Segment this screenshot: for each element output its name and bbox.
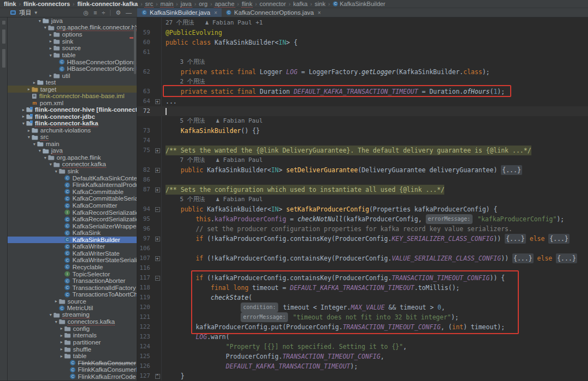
tool-window-button[interactable]	[2, 21, 5, 25]
code-line[interactable]: 122 kafkaProducerConfig.put(ProducerConf…	[137, 322, 588, 332]
chevron-down-icon[interactable]: ▾	[42, 25, 48, 30]
chevron-down-icon[interactable]: ▾	[37, 19, 42, 23]
fold-marker[interactable]: −	[154, 276, 161, 281]
panel-scrollbar[interactable]	[134, 26, 136, 74]
tree-item[interactable]: ▸source	[8, 45, 137, 52]
code-line[interactable]: 72	[137, 106, 588, 116]
chevron-right-icon[interactable]: ▸	[59, 354, 64, 359]
code-line[interactable]: 107+ if (!kafkaProducerConfig.containsKe…	[137, 253, 588, 263]
tree-item[interactable]: CTransactionsToAbortChecker	[8, 291, 137, 298]
tree-item[interactable]: IKafkaRecordSerializationSchem	[8, 209, 137, 216]
tree-item[interactable]: ▸config	[8, 325, 137, 332]
fold-toggle-icon[interactable]: +	[155, 148, 160, 153]
tree-item[interactable]: CKafkaSinkBuilder	[8, 237, 137, 244]
fold-toggle-icon[interactable]: +	[155, 99, 160, 104]
tree-item[interactable]: ▾main	[8, 141, 137, 148]
tree-item[interactable]: ▾connectors.kafka	[8, 318, 137, 325]
tree-item[interactable]: ▸options	[8, 31, 137, 38]
chevron-right-icon[interactable]: ▸	[32, 80, 37, 85]
fold-marker[interactable]: +	[154, 148, 161, 153]
breadcrumb-item[interactable]: flink-connectors	[23, 1, 71, 7]
fold-marker[interactable]: +	[154, 168, 161, 173]
code-line[interactable]: 60public class KafkaSinkBuilder<IN> {	[137, 38, 588, 47]
code-line[interactable]: 87+/** Sets the configuration which used…	[137, 185, 588, 195]
breadcrumb-item[interactable]: org	[198, 1, 208, 7]
tree-item[interactable]: ▾src	[8, 134, 137, 141]
fold-marker[interactable]: −	[154, 207, 161, 212]
code-line[interactable]: 61	[137, 47, 588, 57]
chevron-down-icon[interactable]: ▾	[53, 319, 59, 324]
tree-item[interactable]: ▸shuffle	[8, 346, 137, 353]
code-line[interactable]: 117− if (!kafkaProducerConfig.containsKe…	[137, 273, 588, 283]
tree-item[interactable]: CKafkaWriter	[8, 243, 137, 250]
chevron-down-icon[interactable]: ▾	[42, 155, 48, 160]
tree-item[interactable]: ▸sink	[8, 38, 137, 45]
tree-item[interactable]: CMetricUtil	[8, 305, 137, 312]
tree-item[interactable]: CKafkaSink	[8, 229, 137, 237]
chevron-right-icon[interactable]: ▸	[59, 347, 64, 352]
code-line[interactable]: 94− public KafkaSinkBuilder<IN> setKafka…	[137, 204, 588, 214]
editor-tab[interactable]: CKafkaSinkBuilder.java×	[137, 8, 222, 17]
fold-marker[interactable]: ^	[154, 374, 161, 379]
chevron-right-icon[interactable]: ▸	[48, 73, 53, 78]
tree-item[interactable]: CFlinkKafkaInternalProducer	[8, 182, 137, 189]
code-line[interactable]: 106	[137, 244, 588, 253]
tree-item[interactable]: CTransactionAborter	[8, 277, 137, 285]
tree-item[interactable]: CHBaseConnectorOptionsUtil	[8, 65, 137, 72]
breadcrumb-item[interactable]: sink	[314, 1, 326, 7]
chevron-down-icon[interactable]: ▾	[32, 142, 37, 147]
tree-item[interactable]: CKafkaRecordSerializationSchem	[8, 216, 137, 223]
code-line[interactable]: 126 DEFAULT_KAFKA_TRANSACTION_TIMEOUT);	[137, 361, 588, 371]
locate-icon[interactable]: ◎	[83, 10, 89, 16]
chevron-down-icon[interactable]: ▾	[37, 148, 42, 153]
tree-item[interactable]: ▾org.apache.flink	[8, 154, 137, 161]
chevron-right-icon[interactable]: ▸	[48, 46, 53, 51]
fold-toggle-icon[interactable]: +	[155, 237, 160, 241]
tree-item[interactable]: ▸source	[8, 298, 137, 305]
code-line[interactable]: 120 condition: timeout < Integer.MAX_VAL…	[137, 303, 588, 312]
code-line[interactable]: 116	[137, 263, 588, 273]
code-line[interactable]: 123 LOG.warn(	[137, 332, 588, 342]
chevron-down-icon[interactable]: ▾	[48, 312, 53, 317]
chevron-right-icon[interactable]: ▸	[53, 299, 59, 304]
code-line[interactable]: 124 "Property [{}] not specified. Settin…	[137, 342, 588, 352]
breadcrumb-item[interactable]: kafka	[292, 1, 308, 7]
tree-item[interactable]: ▸table	[8, 353, 137, 360]
code-line[interactable]: 5 个用法 ♟ Fabian Paul	[137, 116, 588, 126]
fold-marker[interactable]: +	[154, 188, 161, 192]
code-line[interactable]: 7 个用法 ♟ Fabian Paul	[137, 155, 588, 165]
tree-item[interactable]: ▾streaming	[8, 312, 137, 319]
close-tab-icon[interactable]: ×	[317, 10, 321, 16]
code-line[interactable]: 96 // set the producer configuration pro…	[137, 224, 588, 234]
code-line[interactable]: 127^ }	[137, 371, 588, 380]
code-line[interactable]: 73 KafkaSinkBuilder() {}	[137, 126, 588, 136]
code-line[interactable]: 86	[137, 175, 588, 185]
chevron-right-icon[interactable]: ▸	[48, 32, 53, 37]
chevron-right-icon[interactable]: ▸	[21, 107, 26, 112]
tree-item[interactable]: ▸test	[8, 79, 137, 86]
breadcrumb-item[interactable]: flink	[3, 1, 17, 7]
fold-toggle-icon[interactable]: +	[155, 168, 160, 173]
code-editor[interactable]: 27 个用法 ♟ Fabian Paul +159@PublicEvolving…	[137, 17, 588, 380]
collapse-all-icon[interactable]: ≡	[94, 10, 97, 16]
code-line[interactable]: 75+/** Sets the wanted the {@link Delive…	[137, 146, 588, 155]
tree-item[interactable]: ▾sink	[8, 168, 137, 175]
chevron-right-icon[interactable]: ▸	[26, 87, 32, 92]
chevron-down-icon[interactable]: ▾	[48, 53, 53, 58]
breadcrumb-item[interactable]: flink-connector-kafka	[77, 1, 138, 7]
fold-toggle-icon[interactable]: −	[155, 276, 160, 281]
chevron-right-icon[interactable]: ▸	[21, 114, 26, 119]
breadcrumb-item[interactable]: apache	[214, 1, 235, 8]
code-line[interactable]: 125 ProducerConfig.TRANSACTION_TIMEOUT_C…	[137, 352, 588, 361]
settings-gear-icon[interactable]: ⚙	[115, 10, 121, 16]
tree-item[interactable]: CTransactionalIdFactory	[8, 284, 137, 291]
tree-item[interactable]: CKafkaSerializerWrapper	[8, 222, 137, 229]
code-line[interactable]: 82+ public KafkaSinkBuilder<IN> setDeliv…	[137, 165, 588, 175]
fold-marker[interactable]: +	[154, 256, 161, 261]
tree-item[interactable]: CKafkaCommitter	[8, 202, 137, 209]
chevron-down-icon[interactable]: ▾	[26, 135, 32, 140]
hide-panel-icon[interactable]: —	[126, 10, 132, 16]
tree-item[interactable]: CDefaultKafkaSinkContext	[8, 175, 137, 182]
tree-item[interactable]: ▾org.apache.flink.connector.hbase	[8, 25, 137, 32]
breadcrumb-item[interactable]: java	[180, 1, 192, 8]
